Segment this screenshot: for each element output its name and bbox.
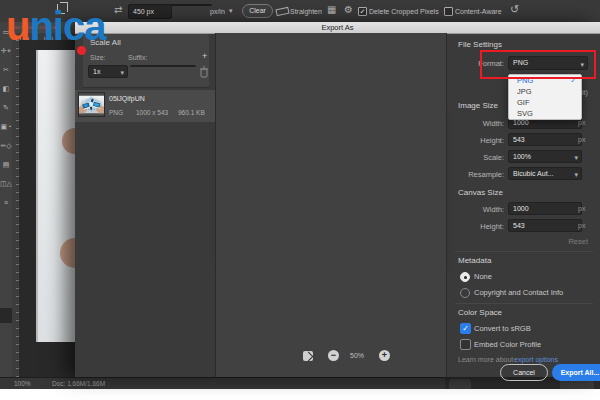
width-unit: px (578, 119, 585, 126)
file-thumbnail (79, 93, 104, 116)
file-settings-header: File Settings (458, 40, 502, 49)
content-aware-label: Content-Aware (455, 7, 502, 16)
file-name: 05lJQifpUN (109, 95, 145, 102)
document-edge (36, 50, 77, 342)
metadata-copyright-radio[interactable] (460, 288, 470, 298)
crop-width-input[interactable]: 450 px (128, 4, 172, 19)
resample-value: Bicubic Aut... (513, 170, 553, 177)
preview-area (215, 33, 447, 377)
canvas-width-input[interactable]: 1000 (508, 202, 582, 215)
metadata-header: Metadata (458, 256, 491, 265)
scale-size-value: 1x (93, 68, 100, 75)
chevron-down-icon: ▾ (120, 67, 124, 78)
zoom-out-button[interactable]: − (328, 350, 339, 361)
metadata-none-label: None (474, 272, 492, 281)
delete-scale-icon[interactable] (199, 66, 209, 78)
image-size-header: Image Size (458, 101, 498, 110)
chevron-down-icon: ▾ (574, 169, 578, 180)
canvas-size-header: Canvas Size (458, 188, 503, 197)
chevron-down-icon: ▾ (229, 5, 233, 17)
grid-overlay-icon[interactable]: ▦ (327, 4, 336, 16)
convert-srgb-checkbox[interactable]: ✓ (460, 323, 471, 334)
file-size: 960.1 KB (178, 109, 205, 116)
reset-crop-icon[interactable]: ↺ (510, 3, 519, 15)
crop-height-input[interactable] (170, 4, 212, 6)
resample-select[interactable]: Bicubic Aut... ▾ (508, 167, 582, 180)
page-margin (0, 389, 600, 400)
background-panel-tab (449, 379, 471, 389)
reset-button[interactable]: Reset (508, 237, 588, 246)
straighten-label[interactable]: Straighten (290, 7, 322, 16)
export-all-button[interactable]: Export All... (552, 364, 600, 381)
height-input[interactable]: 543 (508, 133, 582, 146)
canvas-width-label: Width: (444, 205, 504, 214)
suffix-input[interactable] (130, 65, 196, 67)
convert-srgb-label: Convert to sRGB (474, 324, 531, 333)
format-dropdown-menu: PNG ✓ JPG GIF SVG (508, 74, 582, 120)
resample-label: Resample: (444, 170, 504, 179)
canvas-width-unit: px (578, 205, 585, 212)
embed-profile-checkbox[interactable] (460, 339, 471, 350)
clipped-option-text: it) (582, 89, 588, 96)
unica-watermark-logo: unica (6, 2, 105, 50)
format-highlight-annotation (480, 50, 596, 79)
scale-select[interactable]: 100% ▾ (508, 150, 582, 163)
format-option-svg[interactable]: SVG (509, 108, 581, 119)
embed-profile-label: Embed Color Profile (474, 340, 541, 349)
learn-more-text: Learn more about (458, 356, 513, 363)
metadata-none-radio[interactable] (460, 272, 470, 282)
chevron-down-icon: ▾ (574, 152, 578, 163)
add-scale-button[interactable]: + (202, 51, 207, 61)
size-label: Size: (90, 54, 106, 61)
preview-zoom-level: 50% (350, 352, 364, 359)
document-zoom-level[interactable]: 100% (14, 380, 31, 387)
canvas-height-unit: px (578, 222, 585, 229)
divider (455, 303, 593, 304)
file-format: PNG (109, 109, 123, 116)
suffix-label: Suffix: (128, 54, 147, 61)
cancel-button[interactable]: Cancel (500, 364, 548, 381)
zoom-in-button[interactable]: + (379, 350, 390, 361)
unica-logo-dot (77, 46, 86, 55)
content-aware-checkbox[interactable] (444, 7, 453, 16)
height-label: Height: (444, 136, 504, 145)
delete-cropped-pixels-label: Delete Cropped Pixels (369, 7, 439, 16)
photoshop-window: ⇄ 450 px px/in ▾ Clear Straighten ▦ ⚙ ✓ … (0, 0, 600, 400)
scale-size-select[interactable]: 1x ▾ (88, 65, 128, 78)
height-unit: px (578, 136, 585, 143)
scale-value: 100% (513, 153, 531, 160)
fit-to-screen-icon[interactable] (303, 351, 313, 361)
format-option-gif[interactable]: GIF (509, 97, 581, 108)
format-option-jpg[interactable]: JPG (509, 86, 581, 97)
width-label: Width: (444, 119, 504, 128)
canvas-height-input[interactable]: 543 (508, 219, 582, 232)
delete-cropped-pixels-checkbox[interactable]: ✓ (358, 7, 367, 16)
document-size-info: Doc: 1.66M/1.66M (52, 380, 105, 387)
scale-label: Scale: (444, 153, 504, 162)
color-space-header: Color Space (458, 308, 502, 317)
swap-dimensions-icon[interactable]: ⇄ (114, 4, 122, 16)
crop-settings-gear-icon[interactable]: ⚙ (344, 4, 353, 16)
canvas-height-label: Height: (444, 222, 504, 231)
export-options-link[interactable]: export options (514, 356, 558, 363)
divider (455, 251, 593, 252)
clear-button[interactable]: Clear (242, 4, 273, 18)
active-tool-highlight (0, 308, 12, 323)
file-dimensions: 1000 x 543 (136, 109, 168, 116)
divider (83, 87, 209, 88)
metadata-copyright-label: Copyright and Contact Info (474, 288, 563, 297)
unit-select[interactable]: px/in (210, 7, 225, 16)
